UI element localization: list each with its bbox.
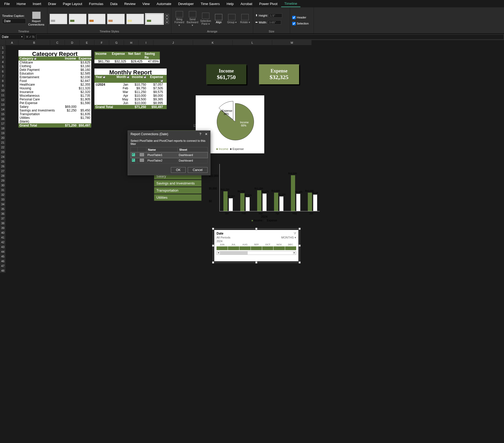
formula-input[interactable] bbox=[36, 34, 504, 40]
col-header[interactable]: L bbox=[233, 40, 272, 45]
ok-button[interactable]: OK bbox=[171, 167, 185, 173]
send-backward-button[interactable]: SendBackward ▾ bbox=[187, 11, 198, 27]
slicer-item[interactable]: Transportation bbox=[154, 187, 201, 194]
menu-tab-insert[interactable]: Insert bbox=[30, 1, 45, 7]
col-header[interactable]: E bbox=[80, 40, 94, 45]
enter-icon[interactable]: ✓ bbox=[29, 35, 32, 39]
row-header[interactable]: 25 bbox=[0, 159, 6, 164]
menu-tab-developer[interactable]: Developer bbox=[175, 1, 197, 7]
col-header[interactable]: C bbox=[50, 40, 65, 45]
timeline-scrollbar[interactable]: ◂▸ bbox=[217, 251, 296, 255]
worksheet-grid[interactable]: ABCDEFGHIJKLM 12345678910111213141516171… bbox=[0, 40, 504, 441]
row-header[interactable]: 39 bbox=[0, 226, 6, 230]
row-header[interactable]: 42 bbox=[0, 240, 6, 245]
row-header[interactable]: 24 bbox=[0, 154, 6, 159]
row-header[interactable]: 41 bbox=[0, 235, 6, 240]
menu-tab-help[interactable]: Help bbox=[223, 1, 237, 7]
menu-tab-view[interactable]: View bbox=[139, 1, 153, 7]
height-input[interactable] bbox=[269, 13, 282, 18]
gallery-scroll[interactable]: ▴▾▾ bbox=[165, 14, 169, 24]
connection-row[interactable]: PivotTable1Dashboard bbox=[131, 152, 208, 158]
row-header[interactable]: 23 bbox=[0, 150, 6, 154]
menu-tab-power-pivot[interactable]: Power Pivot bbox=[256, 1, 281, 7]
col-header[interactable]: A bbox=[6, 40, 18, 45]
row-header[interactable]: 28 bbox=[0, 173, 6, 178]
row-header[interactable]: 22 bbox=[0, 145, 6, 150]
rotate-button[interactable]: Rotate ▾ bbox=[239, 14, 251, 24]
row-header[interactable]: 21 bbox=[0, 140, 6, 145]
row-header[interactable]: 38 bbox=[0, 221, 6, 226]
width-input[interactable] bbox=[268, 20, 281, 25]
row-header[interactable]: 3 bbox=[0, 55, 6, 60]
row-header[interactable]: 10 bbox=[0, 88, 6, 93]
row-header[interactable]: 12 bbox=[0, 98, 6, 102]
row-header[interactable]: 31 bbox=[0, 188, 6, 192]
selection-checkbox[interactable]: Selection bbox=[292, 22, 309, 25]
row-header[interactable]: 6 bbox=[0, 69, 6, 74]
row-header[interactable]: 30 bbox=[0, 183, 6, 188]
row-header[interactable]: 48 bbox=[0, 268, 6, 273]
row-header[interactable]: 27 bbox=[0, 169, 6, 173]
menu-tab-formulas[interactable]: Formulas bbox=[86, 1, 107, 7]
timeline-style-gallery[interactable]: ▴▾▾ bbox=[50, 8, 169, 29]
group-button[interactable]: Group ▾ bbox=[226, 14, 238, 24]
row-header[interactable]: 13 bbox=[0, 102, 6, 107]
menu-tab-home[interactable]: Home bbox=[13, 1, 29, 7]
col-header[interactable]: M bbox=[272, 40, 312, 45]
connections-table[interactable]: NameSheet PivotTable1DashboardPivotTable… bbox=[131, 147, 208, 163]
row-header[interactable]: 1 bbox=[0, 45, 6, 50]
row-header[interactable]: 46 bbox=[0, 259, 6, 264]
menu-tab-automate[interactable]: Automate bbox=[153, 1, 175, 7]
menu-tab-acrobat[interactable]: Acrobat bbox=[237, 1, 256, 7]
connection-row[interactable]: PivotTable2Dashboard bbox=[131, 158, 208, 163]
name-box[interactable]: Date▾ bbox=[0, 34, 24, 40]
row-header[interactable]: 17 bbox=[0, 121, 6, 126]
cancel-button[interactable]: Cancel bbox=[188, 167, 208, 173]
menu-tab-draw[interactable]: Draw bbox=[45, 1, 59, 7]
fx-icon[interactable]: fx bbox=[32, 35, 35, 39]
slicer-item[interactable]: Utilities bbox=[154, 194, 201, 201]
row-header[interactable]: 44 bbox=[0, 249, 6, 254]
col-header[interactable]: D bbox=[65, 40, 80, 45]
menu-tab-review[interactable]: Review bbox=[121, 1, 139, 7]
row-header[interactable]: 14 bbox=[0, 107, 6, 112]
row-header[interactable]: 35 bbox=[0, 207, 6, 211]
row-header[interactable]: 43 bbox=[0, 245, 6, 249]
style-thumb[interactable] bbox=[50, 14, 67, 24]
col-header[interactable]: K bbox=[193, 40, 233, 45]
row-header[interactable]: 7 bbox=[0, 74, 6, 79]
timeline-control[interactable]: Date⧩ All PeriodsMONTHS ▾ 2024 JUNJULAUG… bbox=[214, 230, 299, 261]
style-thumb[interactable] bbox=[88, 14, 106, 24]
col-header[interactable]: G bbox=[109, 40, 124, 45]
row-header[interactable]: 16 bbox=[0, 116, 6, 121]
row-header[interactable]: 37 bbox=[0, 216, 6, 221]
menu-tab-file[interactable]: File bbox=[1, 1, 13, 7]
row-header[interactable]: 33 bbox=[0, 197, 6, 202]
menu-tab-page-layout[interactable]: Page Layout bbox=[60, 1, 85, 7]
bring-forward-button[interactable]: BringForward ▾ bbox=[174, 11, 185, 27]
col-header[interactable]: B bbox=[18, 40, 50, 45]
timeline-caption-input[interactable] bbox=[2, 18, 26, 24]
menu-tab-time-savers[interactable]: Time Savers bbox=[198, 1, 223, 7]
row-header[interactable]: 19 bbox=[0, 131, 6, 135]
col-header[interactable]: H bbox=[124, 40, 139, 45]
col-header[interactable]: I bbox=[139, 40, 153, 45]
cancel-icon[interactable]: ✕ bbox=[26, 35, 28, 39]
row-header[interactable]: 36 bbox=[0, 211, 6, 216]
row-header[interactable]: 26 bbox=[0, 164, 6, 169]
row-header[interactable]: 15 bbox=[0, 112, 6, 116]
help-icon[interactable]: ? bbox=[199, 132, 201, 136]
report-connections-button[interactable]: Report Connections bbox=[27, 10, 45, 28]
menu-tab-timeline[interactable]: Timeline bbox=[281, 1, 300, 7]
selection-pane-button[interactable]: SelectionPane ▾ bbox=[200, 13, 212, 25]
col-header[interactable]: F bbox=[94, 40, 109, 45]
close-icon[interactable]: ✕ bbox=[205, 132, 208, 136]
header-checkbox[interactable]: Header bbox=[292, 16, 306, 19]
row-header[interactable]: 8 bbox=[0, 79, 6, 83]
row-header[interactable]: 20 bbox=[0, 135, 6, 140]
style-thumb[interactable] bbox=[69, 14, 87, 24]
row-header[interactable]: 32 bbox=[0, 192, 6, 197]
row-header[interactable]: 9 bbox=[0, 83, 6, 88]
align-button[interactable]: Align bbox=[213, 14, 225, 24]
row-header[interactable]: 11 bbox=[0, 93, 6, 98]
